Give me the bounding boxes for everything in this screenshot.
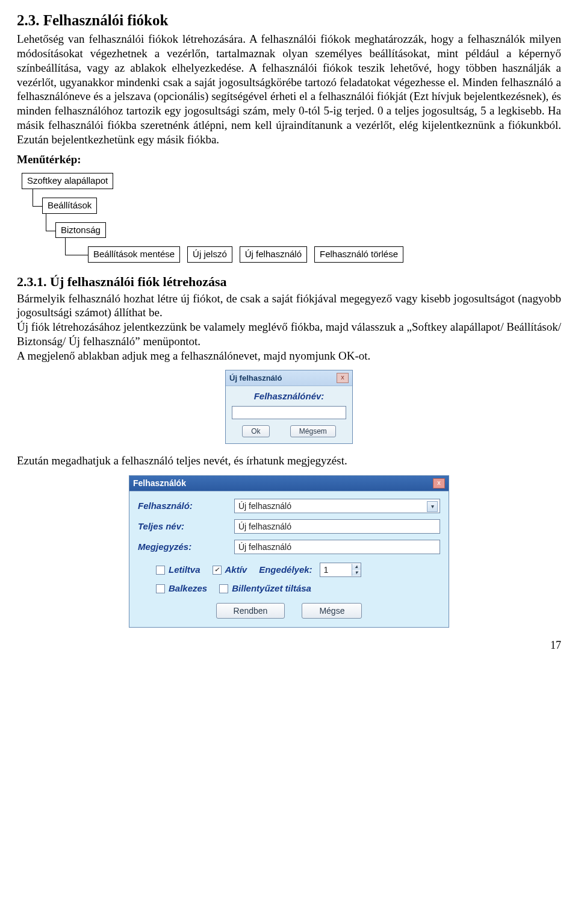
dialog2-title: Felhasználók: [133, 478, 186, 489]
after-dialog1-text: Ezután megadhatjuk a felhasználó teljes …: [17, 454, 561, 468]
username-input[interactable]: [232, 406, 346, 419]
fullname-value: Új felhasználó: [238, 522, 291, 532]
chevron-down-icon[interactable]: ▾: [352, 570, 361, 576]
section-heading: 2.3. Felhasználói fiókok: [17, 11, 561, 30]
checkbox-billentyuzet[interactable]: Billentyűzet tiltása: [219, 583, 311, 595]
checkbox-balkezes[interactable]: Balkezes: [156, 583, 207, 595]
subsection-title: Új felhasználói fiók létrehozása: [50, 274, 227, 289]
users-dialog: Felhasználók x Felhasználó: Új felhaszná…: [129, 475, 449, 628]
permissions-label: Engedélyek:: [259, 564, 312, 576]
menumap-label: Menűtérkép:: [17, 152, 561, 167]
ok-button[interactable]: Rendben: [216, 603, 285, 619]
tree-node-new-user: Új felhasználó: [240, 246, 307, 263]
permissions-stepper[interactable]: 1 ▴ ▾: [320, 563, 361, 577]
user-select[interactable]: Új felhasználó ▾: [234, 499, 440, 513]
chevron-up-icon[interactable]: ▴: [352, 564, 361, 570]
menu-tree: Szoftkey alapállapot Beállítások Biztons…: [22, 173, 561, 263]
fullname-input[interactable]: Új felhasználó: [234, 519, 440, 534]
checkbox-label-letiltva: Letiltva: [169, 564, 200, 576]
checkbox-icon: [156, 584, 165, 593]
subsection-number: 2.3.1.: [17, 274, 47, 289]
username-label: Felhasználónév:: [232, 391, 346, 402]
checkbox-aktiv[interactable]: ✓ Aktív: [213, 564, 247, 576]
tree-node-save-settings: Beállítások mentése: [88, 246, 180, 263]
checkbox-letiltva[interactable]: Letiltva: [156, 564, 200, 576]
subsection-body: Bármelyik felhasználó hozhat létre új fi…: [17, 292, 561, 363]
permissions-value: 1: [320, 565, 352, 576]
subsection-heading: 2.3.1. Új felhasználói fiók létrehozása: [17, 273, 561, 290]
ok-button[interactable]: Ok: [242, 425, 269, 437]
dialog1-title: Új felhasználó: [229, 373, 282, 383]
checkbox-icon: [219, 584, 228, 593]
cancel-button[interactable]: Mégse: [302, 603, 362, 619]
checkbox-label-aktiv: Aktív: [225, 564, 247, 576]
new-user-dialog: Új felhasználó x Felhasználónév: Ok Mégs…: [225, 370, 353, 444]
field-label-note: Megjegyzés:: [138, 542, 234, 553]
field-label-fullname: Teljes név:: [138, 521, 234, 532]
field-label-user: Felhasználó:: [138, 501, 234, 512]
checkbox-label-balkezes: Balkezes: [169, 583, 207, 595]
note-input[interactable]: Új felhasználó: [234, 540, 440, 554]
intro-paragraph: Lehetőség van felhasználói fiókok létreh…: [17, 32, 561, 146]
checkbox-label-billentyuzet: Billentyűzet tiltása: [232, 583, 311, 595]
tree-node-delete-user: Felhasználó törlése: [314, 246, 403, 263]
close-icon[interactable]: x: [337, 373, 349, 383]
user-select-value: Új felhasználó: [238, 501, 291, 512]
section-title: Felhasználói fiókok: [43, 12, 169, 28]
cancel-button[interactable]: Mégsem: [290, 425, 336, 437]
section-number: 2.3.: [17, 12, 40, 28]
close-icon[interactable]: x: [433, 478, 445, 489]
tree-node-l1: Szoftkey alapállapot: [22, 173, 113, 189]
checkbox-icon: [156, 566, 165, 575]
tree-node-new-password: Új jelszó: [187, 246, 232, 263]
tree-node-l2: Beállítások: [42, 198, 97, 214]
checkbox-icon: ✓: [213, 566, 222, 575]
page-number: 17: [17, 638, 561, 652]
tree-node-l3: Biztonság: [55, 222, 106, 239]
permissions-field: Engedélyek: 1 ▴ ▾: [259, 563, 361, 577]
chevron-down-icon[interactable]: ▾: [427, 501, 438, 512]
note-value: Új felhasználó: [238, 542, 291, 553]
